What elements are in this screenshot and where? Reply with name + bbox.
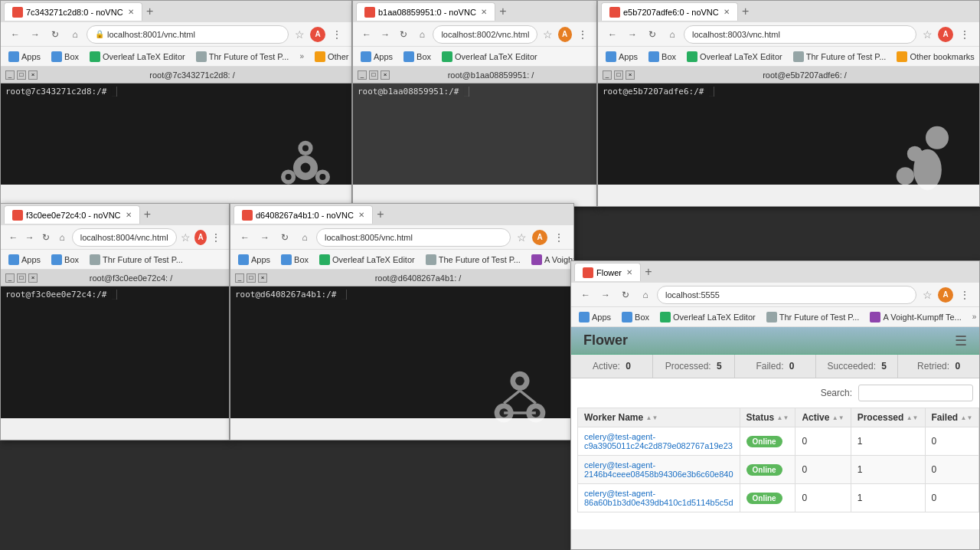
tab-close-5[interactable]: ✕ bbox=[358, 211, 364, 219]
win-btn-max-3[interactable]: □ bbox=[614, 70, 623, 80]
home-btn-3[interactable]: ⌂ bbox=[664, 26, 681, 43]
flower-bm-voigt[interactable]: A Voight-Kumpff Te... bbox=[867, 310, 964, 324]
bm-box-4[interactable]: Box bbox=[48, 253, 82, 267]
win-btn-min-4[interactable]: _ bbox=[5, 273, 15, 283]
home-btn-2[interactable]: ⌂ bbox=[414, 26, 430, 43]
bm-voigt-5[interactable]: A Voight-Kumpff Te... bbox=[528, 253, 573, 267]
tab-4-active[interactable]: f3c0ee0e72c4:0 - noVNC ✕ bbox=[4, 205, 140, 224]
tab-close-2[interactable]: ✕ bbox=[481, 8, 487, 16]
flower-tab-close[interactable]: ✕ bbox=[626, 268, 632, 277]
flower-back-btn[interactable]: ← bbox=[577, 286, 594, 303]
flower-bm-apps[interactable]: Apps bbox=[576, 310, 614, 324]
forward-btn-1[interactable]: → bbox=[27, 26, 44, 43]
menu-btn-5[interactable]: ⋮ bbox=[550, 229, 567, 246]
home-btn-4[interactable]: ⌂ bbox=[56, 229, 69, 246]
win-btn-min-3[interactable]: _ bbox=[603, 70, 612, 80]
flower-star-btn[interactable]: ☆ bbox=[920, 287, 935, 303]
flower-tab-active[interactable]: Flower ✕ bbox=[574, 263, 641, 281]
menu-btn-3[interactable]: ⋮ bbox=[956, 26, 973, 43]
reload-btn-4[interactable]: ↻ bbox=[39, 229, 52, 246]
home-btn-5[interactable]: ⌂ bbox=[296, 229, 313, 246]
win-btn-max-1[interactable]: □ bbox=[17, 70, 26, 80]
new-tab-btn-1[interactable]: + bbox=[142, 4, 158, 19]
win-btn-max-5[interactable]: □ bbox=[247, 273, 256, 283]
back-btn-2[interactable]: ← bbox=[359, 26, 374, 43]
menu-btn-1[interactable]: ⋮ bbox=[328, 26, 345, 43]
win-btn-max-4[interactable]: □ bbox=[17, 273, 26, 283]
bm-other-1[interactable]: Other bookmarks bbox=[312, 50, 351, 64]
bm-box-2[interactable]: Box bbox=[400, 50, 434, 64]
bm-overleaf-2[interactable]: Overleaf LaTeX Editor bbox=[439, 50, 541, 64]
tab-2-active[interactable]: b1aa08859951:0 - noVNC ✕ bbox=[356, 2, 495, 21]
bm-future-1[interactable]: Thr Future of Test P... bbox=[193, 50, 292, 64]
flower-home-btn[interactable]: ⌂ bbox=[637, 286, 654, 303]
flower-search-input[interactable] bbox=[858, 385, 973, 401]
bm-overleaf-5[interactable]: Overleaf LaTeX Editor bbox=[316, 253, 418, 267]
flower-bm-overleaf[interactable]: Overleaf LaTeX Editor bbox=[657, 310, 759, 324]
new-tab-btn-3[interactable]: + bbox=[738, 4, 753, 19]
flower-forward-btn[interactable]: → bbox=[597, 286, 614, 303]
flower-bm-box[interactable]: Box bbox=[619, 310, 652, 324]
new-tab-btn-4[interactable]: + bbox=[140, 207, 155, 222]
bm-box-3[interactable]: Box bbox=[645, 50, 679, 64]
forward-btn-4[interactable]: → bbox=[23, 229, 36, 246]
reload-btn-2[interactable]: ↻ bbox=[396, 26, 411, 43]
address-bar-1[interactable]: 🔒 localhost:8001/vnc.html bbox=[87, 25, 289, 44]
flower-th-status[interactable]: Status ▲▼ bbox=[740, 408, 795, 427]
menu-btn-4[interactable]: ⋮ bbox=[210, 229, 223, 246]
win-btn-close-4[interactable]: × bbox=[28, 273, 38, 283]
win-btn-min-1[interactable]: _ bbox=[5, 70, 15, 80]
flower-th-worker-name[interactable]: Worker Name ▲▼ bbox=[578, 408, 740, 427]
back-btn-5[interactable]: ← bbox=[237, 229, 253, 246]
win-btn-close-5[interactable]: × bbox=[258, 273, 267, 283]
flower-reload-btn[interactable]: ↻ bbox=[617, 286, 634, 303]
win-btn-min-5[interactable]: _ bbox=[235, 273, 244, 283]
bm-future-3[interactable]: Thr Future of Test P... bbox=[790, 50, 890, 64]
flower-th-processed[interactable]: Processed ▲▼ bbox=[851, 408, 925, 427]
star-btn-5[interactable]: ☆ bbox=[514, 230, 529, 245]
flower-th-failed[interactable]: Failed ▲▼ bbox=[925, 408, 979, 427]
tab-1-active[interactable]: 7c343271c2d8:0 - noVNC ✕ bbox=[4, 2, 142, 21]
reload-btn-3[interactable]: ↻ bbox=[644, 26, 661, 43]
address-bar-5[interactable]: localhost:8005/vnc.html bbox=[316, 228, 511, 247]
forward-btn-3[interactable]: → bbox=[624, 26, 641, 43]
flower-menu-btn[interactable]: ⋮ bbox=[956, 286, 973, 303]
more-bm-1[interactable]: » bbox=[296, 51, 307, 62]
win-btn-min-2[interactable]: _ bbox=[358, 70, 367, 80]
new-tab-btn-5[interactable]: + bbox=[373, 207, 388, 222]
tab-3-active[interactable]: e5b7207adfe6:0 - noVNC ✕ bbox=[601, 2, 738, 21]
tab-5-active[interactable]: d6408267a4b1:0 - noVNC ✕ bbox=[234, 205, 373, 224]
menu-btn-2[interactable]: ⋮ bbox=[575, 26, 590, 43]
bm-apps-1[interactable]: Apps bbox=[5, 50, 44, 64]
bm-box-1[interactable]: Box bbox=[48, 50, 82, 64]
tab-close-1[interactable]: ✕ bbox=[128, 8, 134, 16]
flower-address-bar[interactable]: localhost:5555 bbox=[657, 286, 916, 304]
home-btn-1[interactable]: ⌂ bbox=[67, 26, 83, 43]
reload-btn-1[interactable]: ↻ bbox=[47, 26, 64, 43]
flower-th-active[interactable]: Active ▲▼ bbox=[795, 408, 851, 427]
bm-future-4[interactable]: Thr Future of Test P... bbox=[87, 253, 186, 267]
win-btn-close-1[interactable]: × bbox=[28, 70, 38, 80]
forward-btn-2[interactable]: → bbox=[377, 26, 393, 43]
flower-hamburger-icon[interactable]: ☰ bbox=[955, 332, 967, 349]
back-btn-4[interactable]: ← bbox=[7, 229, 20, 246]
win-btn-max-2[interactable]: □ bbox=[369, 70, 378, 80]
flower-bm-future[interactable]: Thr Future of Test P... bbox=[763, 310, 863, 324]
forward-btn-5[interactable]: → bbox=[256, 229, 273, 246]
back-btn-3[interactable]: ← bbox=[604, 26, 621, 43]
star-btn-1[interactable]: ☆ bbox=[292, 27, 307, 42]
reload-btn-5[interactable]: ↻ bbox=[276, 229, 293, 246]
bm-box-5[interactable]: Box bbox=[278, 253, 312, 267]
address-bar-2[interactable]: localhost:8002/vnc.html bbox=[433, 25, 537, 44]
flower-cell-worker-0[interactable]: celery@test-agent-c9a3905011c24c2d879e08… bbox=[578, 427, 740, 456]
bm-apps-2[interactable]: Apps bbox=[358, 50, 396, 64]
bm-future-5[interactable]: The Future of Test P... bbox=[423, 253, 524, 267]
new-tab-btn-2[interactable]: + bbox=[495, 4, 511, 19]
flower-new-tab-btn[interactable]: + bbox=[641, 264, 656, 280]
address-bar-3[interactable]: localhost:8003/vnc.html bbox=[684, 25, 916, 44]
flower-cell-worker-2[interactable]: celery@test-agent-86a60b1b3d0e439db410c1… bbox=[578, 484, 740, 512]
star-btn-4[interactable]: ☆ bbox=[180, 230, 192, 245]
bm-overleaf-3[interactable]: Overleaf LaTeX Editor bbox=[684, 50, 786, 64]
win-btn-close-3[interactable]: × bbox=[626, 70, 635, 80]
tab-close-4[interactable]: ✕ bbox=[126, 211, 132, 219]
